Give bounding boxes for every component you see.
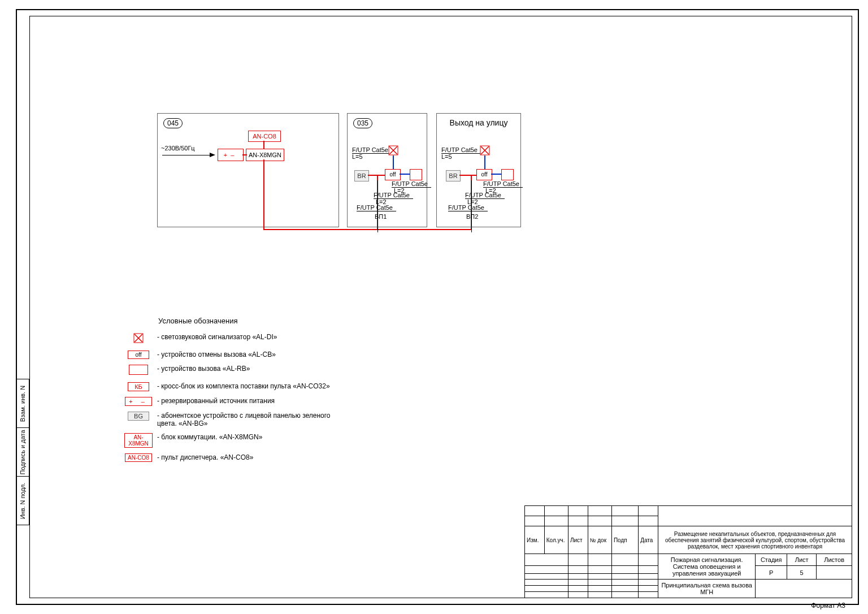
an-x8mgn-box: AN-X8MGN xyxy=(246,149,284,161)
legend-symbol: BG xyxy=(124,412,153,421)
legend-symbol xyxy=(124,365,153,377)
hdr-ndoc: № док xyxy=(588,526,611,554)
panel-045: 045 ~230В/50Гц +– AN-CO8 AN-X8MGN xyxy=(157,113,339,227)
stage-cell: Р xyxy=(756,566,787,580)
legend-symbol: КБ xyxy=(124,382,153,391)
legend-text: - абонентское устройство с лицевой панел… xyxy=(157,412,344,427)
legend-symbol: AN-CO8 xyxy=(124,453,153,462)
an-co8-box: AN-CO8 xyxy=(248,131,281,142)
off-box-035: off xyxy=(385,169,401,180)
project-cell: Размещение некапитальных объектов, предн… xyxy=(658,526,852,554)
sheet-cell: 5 xyxy=(787,566,817,580)
arrow-icon xyxy=(210,153,215,157)
format-label: Формат А3 xyxy=(811,602,845,609)
power-box: +– xyxy=(218,149,244,161)
stage-h: Стадия xyxy=(756,554,787,566)
br-box-exit: BR xyxy=(446,170,461,181)
hdr-data: Дата xyxy=(639,526,658,554)
side-tabs: Взам. инв. N Подпись и дата Инв. N подл. xyxy=(16,379,29,525)
legend-text: - пульт диспетчера. «AN-CO8» xyxy=(157,453,253,461)
legend-symbol: + – xyxy=(124,397,153,406)
legend-text: - устройство вызова «AL-RB» xyxy=(157,365,250,373)
br-box-035: BR xyxy=(354,170,369,181)
legend-text: - светозвуковой сигнализатор «AL-DI» xyxy=(157,333,277,341)
call-box-035 xyxy=(410,169,422,180)
panel-exit: Выход на улицу F/UTP Cat5e L=5 BR off F/… xyxy=(436,113,521,227)
signal-icon xyxy=(388,145,398,155)
system-cell: Пожарная сигнализация. Система оповещени… xyxy=(658,554,756,580)
legend: Условные обозначения - светозвуковой сиг… xyxy=(124,317,344,468)
drawing-sheet: Взам. инв. N Подпись и дата Инв. N подл.… xyxy=(0,0,868,614)
tab-inv-orig: Инв. N подл. xyxy=(16,476,29,525)
exit-title: Выход на улицу xyxy=(437,118,520,127)
legend-row: - устройство вызова «AL-RB» xyxy=(124,365,344,377)
legend-row: AN-X8MGN- блок коммутации. «AN-X8MGN» xyxy=(124,433,344,448)
bp2-label: ВП2 xyxy=(466,213,478,220)
legend-symbol xyxy=(124,333,153,345)
panel-035: 035 F/UTP Cat5e L=5 BR off F/UTP Cat5e L… xyxy=(347,113,427,227)
room-tag-035: 035 xyxy=(353,118,372,128)
legend-text: - устройство отмены вызова «AL-CB» xyxy=(157,351,276,358)
legend-row: - светозвуковой сигнализатор «AL-DI» xyxy=(124,333,344,345)
off-box-exit: off xyxy=(476,169,492,180)
legend-symbol: off xyxy=(124,351,153,359)
sheet-h: Лист xyxy=(787,554,817,566)
legend-text: - резервированный источник питания xyxy=(157,397,275,405)
drawing-cell: Принципиальная схема вызова МГН xyxy=(658,580,756,598)
hdr-kol: Кол.уч. xyxy=(544,526,568,554)
tab-sign-date: Подпись и дата xyxy=(16,427,29,476)
legend-symbol: AN-X8MGN xyxy=(124,433,153,448)
call-box-exit xyxy=(501,169,514,180)
room-tag-045: 045 xyxy=(163,118,183,128)
sheets-h: Листов xyxy=(817,554,852,566)
legend-text: - кросс-блок из комплекта поставки пульт… xyxy=(157,382,330,390)
hdr-list: Лист xyxy=(568,526,588,554)
legend-row: + –- резервированный источник питания xyxy=(124,397,344,406)
legend-row: BG- абонентское устройство с лицевой пан… xyxy=(124,412,344,427)
legend-row: off- устройство отмены вызова «AL-CB» xyxy=(124,351,344,359)
hdr-podp: Подп xyxy=(611,526,638,554)
hdr-izm: Изм. xyxy=(525,526,545,554)
bp1-label: ВП1 xyxy=(375,213,387,220)
power-label: ~230В/50Гц xyxy=(161,145,195,152)
legend-row: AN-CO8- пульт диспетчера. «AN-CO8» xyxy=(124,453,344,462)
tab-replace-inv: Взам. инв. N xyxy=(16,379,29,427)
trunk-line xyxy=(263,159,264,229)
legend-row: КБ- кросс-блок из комплекта поставки пул… xyxy=(124,382,344,391)
signal-icon xyxy=(480,145,490,155)
sheets-cell xyxy=(817,566,852,580)
legend-text: - блок коммутации. «AN-X8MGN» xyxy=(157,433,262,441)
legend-title: Условные обозначения xyxy=(158,317,344,325)
title-block: Изм. Кол.уч. Лист № док Подп Дата Размещ… xyxy=(524,505,852,598)
